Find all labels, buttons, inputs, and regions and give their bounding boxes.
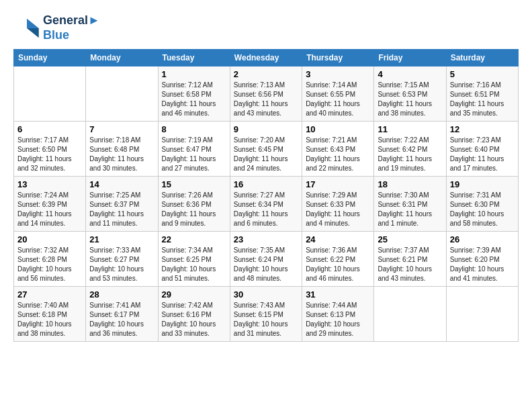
day-info: Sunrise: 7:35 AMSunset: 6:24 PMDaylight:… <box>234 246 298 283</box>
col-thursday: Thursday <box>302 50 374 66</box>
day-number: 6 <box>17 124 82 134</box>
day-number: 8 <box>162 124 226 134</box>
day-number: 3 <box>306 69 370 79</box>
calendar-cell: 27Sunrise: 7:40 AMSunset: 6:18 PMDayligh… <box>14 287 86 342</box>
calendar-cell: 20Sunrise: 7:32 AMSunset: 6:28 PMDayligh… <box>14 232 86 287</box>
calendar-cell: 5Sunrise: 7:16 AMSunset: 6:51 PMDaylight… <box>446 66 518 122</box>
day-info: Sunrise: 7:41 AMSunset: 6:17 PMDaylight:… <box>89 301 154 338</box>
calendar-cell: 11Sunrise: 7:22 AMSunset: 6:42 PMDayligh… <box>374 122 446 177</box>
day-info: Sunrise: 7:32 AMSunset: 6:28 PMDaylight:… <box>17 246 82 283</box>
col-tuesday: Tuesday <box>158 50 230 66</box>
day-info: Sunrise: 7:19 AMSunset: 6:47 PMDaylight:… <box>162 136 226 173</box>
calendar-cell <box>446 287 518 342</box>
day-info: Sunrise: 7:29 AMSunset: 6:33 PMDaylight:… <box>306 191 370 228</box>
calendar-cell: 31Sunrise: 7:44 AMSunset: 6:13 PMDayligh… <box>302 287 374 342</box>
day-number: 24 <box>306 234 370 244</box>
day-number: 14 <box>89 179 154 189</box>
day-info: Sunrise: 7:27 AMSunset: 6:34 PMDaylight:… <box>234 191 298 228</box>
day-number: 13 <box>17 179 82 189</box>
day-info: Sunrise: 7:22 AMSunset: 6:42 PMDaylight:… <box>378 136 442 173</box>
day-info: Sunrise: 7:40 AMSunset: 6:18 PMDaylight:… <box>17 301 82 338</box>
day-number: 2 <box>234 69 298 79</box>
calendar-cell: 19Sunrise: 7:31 AMSunset: 6:30 PMDayligh… <box>446 177 518 232</box>
day-number: 26 <box>450 234 515 244</box>
day-info: Sunrise: 7:36 AMSunset: 6:22 PMDaylight:… <box>306 246 370 283</box>
logo-icon <box>13 17 40 39</box>
day-number: 16 <box>234 179 298 189</box>
calendar-cell: 24Sunrise: 7:36 AMSunset: 6:22 PMDayligh… <box>302 232 374 287</box>
day-info: Sunrise: 7:43 AMSunset: 6:15 PMDaylight:… <box>234 301 298 338</box>
day-number: 22 <box>162 234 226 244</box>
day-number: 5 <box>450 69 515 79</box>
calendar-week-4: 20Sunrise: 7:32 AMSunset: 6:28 PMDayligh… <box>14 232 519 287</box>
logo-text: General► Blue <box>43 13 100 42</box>
day-info: Sunrise: 7:20 AMSunset: 6:45 PMDaylight:… <box>234 136 298 173</box>
day-info: Sunrise: 7:23 AMSunset: 6:40 PMDaylight:… <box>450 136 515 173</box>
day-info: Sunrise: 7:18 AMSunset: 6:48 PMDaylight:… <box>89 136 154 173</box>
day-info: Sunrise: 7:34 AMSunset: 6:25 PMDaylight:… <box>162 246 226 283</box>
calendar-week-2: 6Sunrise: 7:17 AMSunset: 6:50 PMDaylight… <box>14 122 519 177</box>
calendar-cell: 13Sunrise: 7:24 AMSunset: 6:39 PMDayligh… <box>14 177 86 232</box>
day-info: Sunrise: 7:25 AMSunset: 6:37 PMDaylight:… <box>89 191 154 228</box>
day-info: Sunrise: 7:39 AMSunset: 6:20 PMDaylight:… <box>450 246 515 283</box>
day-number: 25 <box>378 234 442 244</box>
day-number: 10 <box>306 124 370 134</box>
calendar-body: 1Sunrise: 7:12 AMSunset: 6:58 PMDaylight… <box>14 66 519 342</box>
day-number: 31 <box>306 289 370 300</box>
calendar-cell: 16Sunrise: 7:27 AMSunset: 6:34 PMDayligh… <box>230 177 302 232</box>
day-info: Sunrise: 7:17 AMSunset: 6:50 PMDaylight:… <box>17 136 82 173</box>
calendar-header: Sunday Monday Tuesday Wednesday Thursday… <box>14 50 519 66</box>
day-number: 18 <box>378 179 442 189</box>
calendar-cell: 15Sunrise: 7:26 AMSunset: 6:36 PMDayligh… <box>158 177 230 232</box>
calendar-cell: 25Sunrise: 7:37 AMSunset: 6:21 PMDayligh… <box>374 232 446 287</box>
calendar-week-3: 13Sunrise: 7:24 AMSunset: 6:39 PMDayligh… <box>14 177 519 232</box>
col-saturday: Saturday <box>446 50 518 66</box>
calendar-cell: 23Sunrise: 7:35 AMSunset: 6:24 PMDayligh… <box>230 232 302 287</box>
calendar-cell: 2Sunrise: 7:13 AMSunset: 6:56 PMDaylight… <box>230 66 302 122</box>
calendar-cell: 1Sunrise: 7:12 AMSunset: 6:58 PMDaylight… <box>158 66 230 122</box>
day-info: Sunrise: 7:16 AMSunset: 6:51 PMDaylight:… <box>450 81 515 118</box>
day-info: Sunrise: 7:12 AMSunset: 6:58 PMDaylight:… <box>162 81 226 118</box>
calendar-cell: 10Sunrise: 7:21 AMSunset: 6:43 PMDayligh… <box>302 122 374 177</box>
logo: General► Blue <box>13 13 100 42</box>
day-number: 15 <box>162 179 226 189</box>
col-monday: Monday <box>86 50 158 66</box>
day-number: 9 <box>234 124 298 134</box>
svg-rect-3 <box>13 17 27 39</box>
calendar-cell: 12Sunrise: 7:23 AMSunset: 6:40 PMDayligh… <box>446 122 518 177</box>
calendar-cell: 14Sunrise: 7:25 AMSunset: 6:37 PMDayligh… <box>86 177 158 232</box>
calendar-cell: 9Sunrise: 7:20 AMSunset: 6:45 PMDaylight… <box>230 122 302 177</box>
day-number: 20 <box>17 234 82 244</box>
day-number: 30 <box>234 289 298 300</box>
calendar-cell: 3Sunrise: 7:14 AMSunset: 6:55 PMDaylight… <box>302 66 374 122</box>
day-number: 21 <box>89 234 154 244</box>
calendar-cell: 7Sunrise: 7:18 AMSunset: 6:48 PMDaylight… <box>86 122 158 177</box>
col-friday: Friday <box>374 50 446 66</box>
day-number: 12 <box>450 124 515 134</box>
col-wednesday: Wednesday <box>230 50 302 66</box>
day-info: Sunrise: 7:14 AMSunset: 6:55 PMDaylight:… <box>306 81 370 118</box>
header-row: Sunday Monday Tuesday Wednesday Thursday… <box>14 50 519 66</box>
calendar-table: Sunday Monday Tuesday Wednesday Thursday… <box>13 49 519 342</box>
day-info: Sunrise: 7:31 AMSunset: 6:30 PMDaylight:… <box>450 191 515 228</box>
day-number: 27 <box>17 289 82 300</box>
day-info: Sunrise: 7:44 AMSunset: 6:13 PMDaylight:… <box>306 301 370 338</box>
day-info: Sunrise: 7:24 AMSunset: 6:39 PMDaylight:… <box>17 191 82 228</box>
day-info: Sunrise: 7:15 AMSunset: 6:53 PMDaylight:… <box>378 81 442 118</box>
calendar-week-1: 1Sunrise: 7:12 AMSunset: 6:58 PMDaylight… <box>14 66 519 122</box>
day-info: Sunrise: 7:33 AMSunset: 6:27 PMDaylight:… <box>89 246 154 283</box>
calendar-cell: 26Sunrise: 7:39 AMSunset: 6:20 PMDayligh… <box>446 232 518 287</box>
calendar-week-5: 27Sunrise: 7:40 AMSunset: 6:18 PMDayligh… <box>14 287 519 342</box>
day-info: Sunrise: 7:21 AMSunset: 6:43 PMDaylight:… <box>306 136 370 173</box>
calendar-cell: 17Sunrise: 7:29 AMSunset: 6:33 PMDayligh… <box>302 177 374 232</box>
day-info: Sunrise: 7:42 AMSunset: 6:16 PMDaylight:… <box>162 301 226 338</box>
day-info: Sunrise: 7:30 AMSunset: 6:31 PMDaylight:… <box>378 191 442 228</box>
day-number: 29 <box>162 289 226 300</box>
calendar-cell: 22Sunrise: 7:34 AMSunset: 6:25 PMDayligh… <box>158 232 230 287</box>
calendar-cell <box>374 287 446 342</box>
day-info: Sunrise: 7:13 AMSunset: 6:56 PMDaylight:… <box>234 81 298 118</box>
calendar-cell: 21Sunrise: 7:33 AMSunset: 6:27 PMDayligh… <box>86 232 158 287</box>
calendar-cell <box>14 66 86 122</box>
header: General► Blue <box>13 13 519 42</box>
calendar-cell: 18Sunrise: 7:30 AMSunset: 6:31 PMDayligh… <box>374 177 446 232</box>
